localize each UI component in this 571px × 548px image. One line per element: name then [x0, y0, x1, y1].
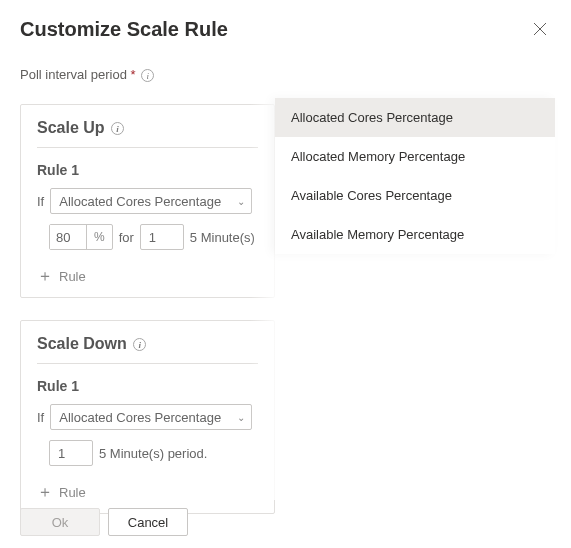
info-icon[interactable]: i — [133, 338, 146, 351]
period-suffix: 5 Minute(s) period. — [99, 446, 207, 461]
metric-select-value: Allocated Cores Percentage — [59, 410, 221, 425]
chevron-down-icon: ⌄ — [237, 196, 245, 207]
add-rule-label: Rule — [59, 485, 86, 500]
metric-select[interactable]: Allocated Cores Percentage ⌄ — [50, 404, 252, 430]
dropdown-item-available-memory[interactable]: Available Memory Percentage — [275, 215, 555, 254]
scale-down-title: Scale Down — [37, 335, 127, 352]
if-label: If — [37, 410, 44, 425]
info-icon[interactable]: i — [111, 122, 124, 135]
scale-down-condition-row: If Allocated Cores Percentage ⌄ — [37, 404, 258, 430]
poll-interval-field: Poll interval period * i — [20, 67, 275, 82]
dialog-footer: Ok Cancel — [20, 508, 188, 536]
plus-icon: ＋ — [37, 266, 53, 287]
main-panel: Poll interval period * i Scale Up i Rule… — [0, 43, 275, 514]
for-label: for — [119, 230, 134, 245]
threshold-input[interactable] — [50, 225, 86, 249]
duration-input[interactable] — [140, 224, 184, 250]
add-rule-label: Rule — [59, 269, 86, 284]
scale-down-section: Scale Down i Rule 1 If Allocated Cores P… — [20, 320, 275, 514]
scale-down-threshold-row: 5 Minute(s) period. — [49, 440, 258, 466]
scale-up-section: Scale Up i Rule 1 If Allocated Cores Per… — [20, 104, 275, 298]
metric-dropdown-panel: Allocated Cores Percentage Allocated Mem… — [275, 98, 555, 254]
ok-button[interactable]: Ok — [20, 508, 100, 536]
period-suffix: 5 Minute(s) — [190, 230, 255, 245]
duration-input[interactable] — [49, 440, 93, 466]
plus-icon: ＋ — [37, 482, 53, 503]
dropdown-item-allocated-memory[interactable]: Allocated Memory Percentage — [275, 137, 555, 176]
required-asterisk: * — [131, 67, 136, 82]
scale-up-rule-title: Rule 1 — [37, 162, 258, 178]
metric-select-value: Allocated Cores Percentage — [59, 194, 221, 209]
percent-label: % — [86, 225, 112, 249]
dialog-header: Customize Scale Rule — [0, 0, 571, 43]
add-rule-button[interactable]: ＋ Rule — [37, 266, 258, 287]
scale-down-header: Scale Down i — [37, 335, 258, 364]
info-icon[interactable]: i — [141, 69, 154, 82]
cancel-button[interactable]: Cancel — [108, 508, 188, 536]
scale-up-header: Scale Up i — [37, 119, 258, 148]
scale-up-threshold-row: % for 5 Minute(s) — [49, 224, 258, 250]
poll-interval-label: Poll interval period — [20, 67, 127, 82]
close-icon — [533, 22, 547, 36]
if-label: If — [37, 194, 44, 209]
close-button[interactable] — [529, 18, 551, 43]
dialog-title: Customize Scale Rule — [20, 18, 228, 41]
threshold-input-wrap: % — [49, 224, 113, 250]
scale-down-rule-title: Rule 1 — [37, 378, 258, 394]
add-rule-button[interactable]: ＋ Rule — [37, 482, 258, 503]
dropdown-item-allocated-cores[interactable]: Allocated Cores Percentage — [275, 98, 555, 137]
dropdown-item-available-cores[interactable]: Available Cores Percentage — [275, 176, 555, 215]
scale-up-condition-row: If Allocated Cores Percentage ⌄ — [37, 188, 258, 214]
metric-select[interactable]: Allocated Cores Percentage ⌄ — [50, 188, 252, 214]
chevron-down-icon: ⌄ — [237, 412, 245, 423]
scale-up-title: Scale Up — [37, 119, 105, 136]
